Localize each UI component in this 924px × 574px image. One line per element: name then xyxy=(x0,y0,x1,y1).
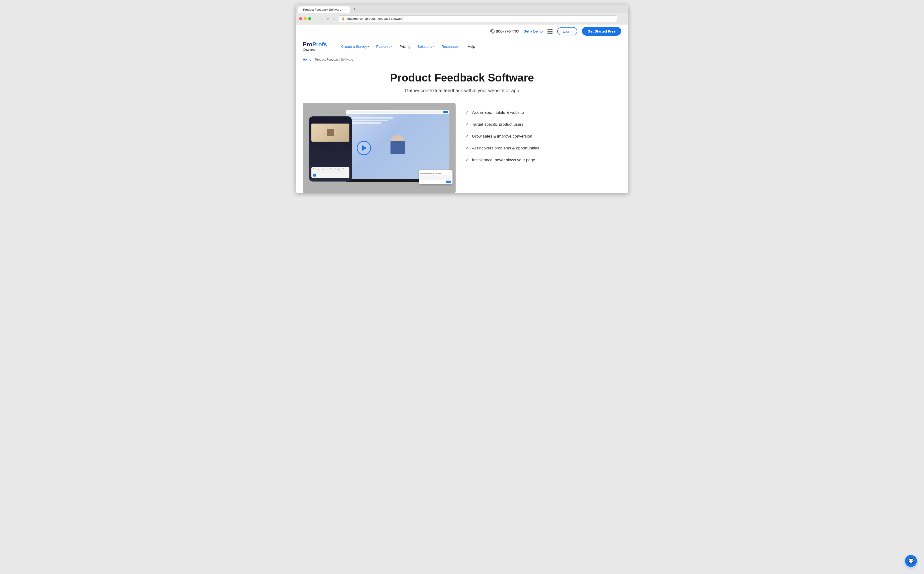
feature-item: ✓ Target specific product users xyxy=(465,122,621,127)
nav-features[interactable]: Features ▾ xyxy=(376,44,392,49)
feature-text: Ask in-app, mobile & website xyxy=(472,110,524,115)
phone-link[interactable]: 📞 (855) 776-7763 xyxy=(490,29,519,33)
minimize-window-dot[interactable] xyxy=(304,17,307,20)
home-button[interactable]: ⌂ xyxy=(332,16,335,21)
logo-qualaroo: Qualaroo xyxy=(303,48,315,51)
feature-text: Install once, never slows your page xyxy=(472,158,535,162)
breadcrumb-current-page: Product Feedback Software xyxy=(315,58,353,61)
chevron-down-icon: ▾ xyxy=(368,45,369,48)
url-input[interactable] xyxy=(346,17,614,20)
main-navigation: ProProfs Qualaroo Create a Survey ▾ Feat… xyxy=(296,38,628,55)
nav-dot xyxy=(347,112,348,112)
text-line xyxy=(351,117,393,118)
login-button[interactable]: Login xyxy=(557,27,578,35)
play-video-button[interactable] xyxy=(357,141,371,155)
text-line xyxy=(351,120,388,121)
nav-dot xyxy=(349,112,350,112)
breadcrumb: Home › Product Feedback Software xyxy=(296,55,628,64)
nav-resources[interactable]: Resources ▾ xyxy=(442,44,461,49)
laptop-text-content xyxy=(351,117,398,125)
browser-window: Product Feedback Software ✕ + ‹ › ↻ ⌂ 🔒 … xyxy=(296,5,628,193)
hero-subtitle: Gather contextual feedback within your w… xyxy=(303,88,621,93)
text-line xyxy=(351,122,381,124)
survey-submit-button[interactable]: Ok xyxy=(313,174,316,177)
window-controls xyxy=(299,17,311,20)
checkmark-icon: ✓ xyxy=(465,122,469,127)
survey-input-field xyxy=(313,170,348,172)
popup-question-text: How can we make this site more useful? xyxy=(420,172,451,174)
chevron-down-icon: ▾ xyxy=(391,45,392,48)
logo-profs: Profs xyxy=(312,41,327,47)
product-image xyxy=(312,123,349,142)
popup-send-button[interactable]: Send xyxy=(446,181,451,183)
feature-item: ✓ AI uncovers problems & opportunities xyxy=(465,146,621,151)
feature-item: ✓ Install once, never slows your page xyxy=(465,158,621,163)
tab-title: Product Feedback Software xyxy=(303,8,341,11)
get-started-button[interactable]: Get Started Free xyxy=(582,27,621,36)
utility-bar: 📞 (855) 776-7763 Get a Demo Login Get St… xyxy=(296,24,628,38)
tab-close-icon[interactable]: ✕ xyxy=(343,8,345,11)
browser-menu-button[interactable]: ··· xyxy=(622,16,625,21)
popup-close-icon[interactable]: ✕ xyxy=(450,171,451,173)
phone-screen: What was your biggest concern about purc… xyxy=(309,117,352,181)
nav-bar xyxy=(351,112,442,113)
active-tab[interactable]: Product Feedback Software ✕ xyxy=(298,6,350,13)
laptop-navbar xyxy=(346,110,449,114)
tab-bar: Product Feedback Software ✕ + xyxy=(296,5,628,13)
nav-links: Create a Survey ▾ Features ▾ Pricing Sol… xyxy=(341,44,621,49)
browser-titlebar: ‹ › ↻ ⌂ 🔒 ··· xyxy=(296,13,628,24)
survey-popup-widget: ✕ How can we make this site more useful?… xyxy=(419,170,453,184)
logo-pro: Pro xyxy=(303,41,312,47)
nav-create-survey[interactable]: Create a Survey ▾ xyxy=(341,44,369,49)
page-content: 📞 (855) 776-7763 Get a Demo Login Get St… xyxy=(296,24,628,193)
checkmark-icon: ✓ xyxy=(465,110,469,115)
apps-grid-icon[interactable] xyxy=(548,29,553,34)
content-area: P xyxy=(296,98,628,193)
popup-input-field[interactable] xyxy=(420,175,451,180)
breadcrumb-home[interactable]: Home xyxy=(303,58,311,61)
forward-button[interactable]: › xyxy=(320,16,324,21)
nav-btn xyxy=(443,111,448,113)
refresh-button[interactable]: ↻ xyxy=(325,16,330,21)
maximize-window-dot[interactable] xyxy=(308,17,311,20)
feature-item: ✓ Grow sales & improve conversion xyxy=(465,134,621,139)
checkmark-icon: ✓ xyxy=(465,134,469,139)
get-demo-link[interactable]: Get a Demo xyxy=(524,29,543,33)
survey-question-text: What was your biggest concern about purc… xyxy=(313,168,348,170)
hero-media: P xyxy=(303,103,456,193)
address-bar[interactable]: 🔒 xyxy=(338,16,617,22)
checkmark-icon: ✓ xyxy=(465,146,469,151)
checkmark-icon: ✓ xyxy=(465,158,469,163)
new-tab-button[interactable]: + xyxy=(351,6,358,12)
phone-number: (855) 776-7763 xyxy=(496,30,519,33)
play-triangle-icon xyxy=(362,145,367,151)
chevron-down-icon: ▾ xyxy=(433,45,434,48)
back-button[interactable]: ‹ xyxy=(315,16,318,21)
device-mockup: P xyxy=(303,103,456,193)
feature-text: AI uncovers problems & opportunities xyxy=(472,146,539,151)
close-window-dot[interactable] xyxy=(299,17,302,20)
breadcrumb-separator: › xyxy=(313,58,313,61)
feature-text: Grow sales & improve conversion xyxy=(472,134,532,139)
feature-text: Target specific product users xyxy=(472,122,523,127)
phone-mockup: What was your biggest concern about purc… xyxy=(309,117,352,181)
phone-icon: 📞 xyxy=(490,29,494,33)
nav-pricing[interactable]: Pricing xyxy=(400,44,411,49)
chevron-down-icon: ▾ xyxy=(460,45,461,48)
logo[interactable]: ProProfs Qualaroo xyxy=(303,42,327,51)
hero-section: Product Feedback Software Gather context… xyxy=(296,64,628,98)
features-list: ✓ Ask in-app, mobile & website ✓ Target … xyxy=(465,103,621,169)
person-figure xyxy=(390,135,405,154)
lock-icon: 🔒 xyxy=(342,17,345,20)
feature-item: ✓ Ask in-app, mobile & website xyxy=(465,110,621,115)
phone-survey-widget: What was your biggest concern about purc… xyxy=(312,167,349,178)
logo-text: ProProfs xyxy=(303,42,327,47)
page-title: Product Feedback Software xyxy=(303,71,621,84)
nav-solutions[interactable]: Solutions ▾ xyxy=(417,44,434,49)
nav-help[interactable]: Help xyxy=(468,44,475,49)
product-thumbnail xyxy=(327,129,334,136)
browser-nav-buttons: ‹ › ↻ ⌂ xyxy=(315,16,336,21)
